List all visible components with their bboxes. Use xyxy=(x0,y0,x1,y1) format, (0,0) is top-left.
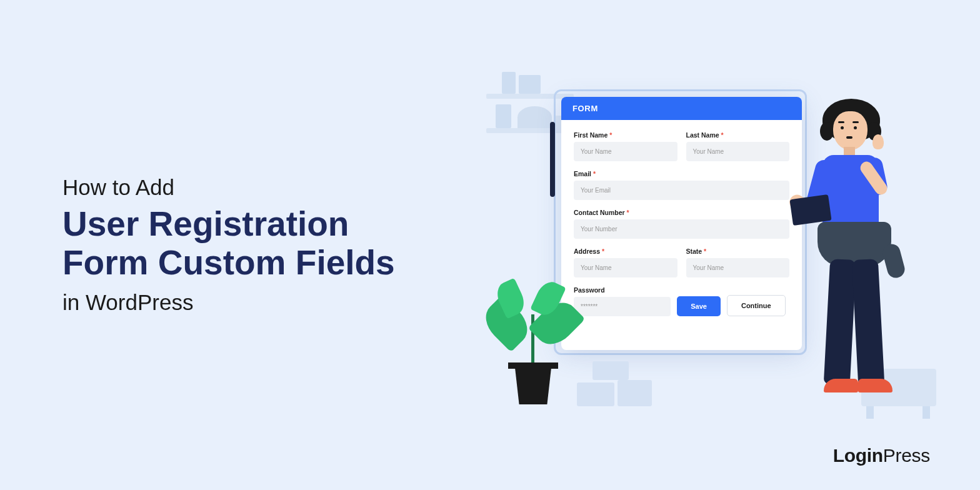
first-name-field: Your Name xyxy=(574,142,678,161)
subtitle: in WordPress xyxy=(62,290,450,315)
continue-button: Continue xyxy=(727,295,786,316)
tablet-icon xyxy=(789,194,831,226)
table-leg-icon xyxy=(922,406,930,419)
brand-logo: LoginPress xyxy=(833,445,930,466)
last-name-field: Your Name xyxy=(686,142,790,161)
illustration: FORM First Name * Your Name Last Name * … xyxy=(492,34,930,422)
pretitle: How to Add xyxy=(62,175,450,200)
contact-field: Your Number xyxy=(574,219,789,239)
contact-label: Contact Number * xyxy=(574,209,789,216)
shoe-icon xyxy=(824,379,858,392)
title-block: How to Add User Registration Form Custom… xyxy=(62,175,450,314)
password-field: ******* xyxy=(574,297,671,316)
table-leg-icon xyxy=(866,406,874,419)
book-icon xyxy=(496,104,511,128)
main-title: User Registration Form Custom Fields xyxy=(62,205,450,282)
save-button: Save xyxy=(677,296,721,316)
form-title: FORM xyxy=(561,97,802,120)
email-field: Your Email xyxy=(574,181,789,200)
decor-icon xyxy=(518,106,552,128)
state-label: State * xyxy=(686,248,790,255)
first-name-label: First Name * xyxy=(574,131,678,139)
book-icon xyxy=(502,72,516,94)
password-label: Password xyxy=(574,286,671,294)
pot-icon xyxy=(511,366,555,404)
form-mockup: FORM First Name * Your Name Last Name * … xyxy=(561,97,802,350)
address-field: Your Name xyxy=(574,258,678,278)
shoe-icon xyxy=(858,379,892,392)
last-name-label: Last Name * xyxy=(686,131,790,139)
tablet-button-icon xyxy=(550,122,555,197)
state-field: Your Name xyxy=(686,258,790,278)
address-label: Address * xyxy=(574,248,678,255)
book-icon xyxy=(519,75,541,94)
email-label: Email * xyxy=(574,170,789,178)
person-illustration xyxy=(792,100,908,406)
boxes-icon xyxy=(577,362,652,406)
